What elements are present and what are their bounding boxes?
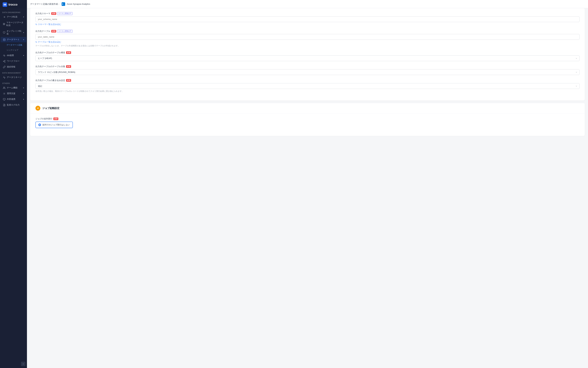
topbar: データマート定義の新規作成： S Azure Synapse Analytics — [27, 0, 588, 8]
write-mode-field: 出力先テーブルの書き込み設定 必須 追記 全件洗い替えの場合、既存のテーブルのレ… — [36, 79, 579, 93]
table-structure-field: 出力先テーブルのテーブル構造 必須 ヒープ (HEAP) — [36, 51, 579, 61]
output-schema-input[interactable] — [36, 16, 579, 22]
sidebar-item-connections[interactable]: 接続情報 — [1, 64, 26, 70]
svg-point-8 — [4, 55, 5, 56]
svg-rect-4 — [3, 24, 4, 25]
table-structure-select[interactable]: ヒープ (HEAP) — [36, 55, 579, 61]
sidebar-sub-item-datamart-definition[interactable]: データマート定義 — [1, 43, 26, 47]
parallel-no-option[interactable]: 並列でのジョブ実行はしない — [36, 122, 73, 128]
write-mode-required-badge: 必須 — [66, 79, 71, 82]
section-label-data-management: Data Management — [0, 70, 27, 74]
sidebar-sub-item-sync-job[interactable]: シンクジョブ — [1, 48, 26, 53]
svg-point-12 — [3, 87, 4, 88]
sidebar-item-managed-transfer[interactable]: マネージドデータ転送 — [1, 20, 26, 28]
write-mode-hint: 全件洗い替えの場合、既存のテーブルのレコードが削除されてクエリ実行結果に置き換え… — [36, 90, 579, 93]
radio-dot — [38, 124, 41, 126]
sidebar-item-datamart[interactable]: データマート ▾ — [1, 37, 26, 42]
output-schema-field: 出力先スキーマ 必須 カスタム変数込可 ↻ スキーマ一覧を読み込む — [36, 12, 579, 26]
svg-rect-6 — [3, 32, 5, 33]
section-label-engineering: Data Engineering — [0, 9, 27, 14]
svg-rect-14 — [3, 98, 5, 100]
output-settings-card: 出力先スキーマ 必須 カスタム変数込可 ↻ スキーマ一覧を読み込む 出力先テーブ… — [30, 8, 585, 101]
sidebar: trocco Data Engineering データ転送 ▾ マネージドデータ… — [0, 0, 27, 368]
load-schema-link[interactable]: ↻ スキーマ一覧を読み込む — [36, 23, 579, 26]
svg-rect-1 — [4, 5, 6, 5]
sidebar-item-dbt[interactable]: dbt連携 ▾ — [1, 53, 26, 58]
sidebar-item-data-transfer[interactable]: データ転送 ▾ — [1, 14, 26, 20]
svg-text:S: S — [62, 3, 63, 5]
svg-point-10 — [3, 61, 4, 62]
sidebar-item-operations[interactable]: 運用支援 ▾ — [1, 91, 26, 96]
section-label-others: Others — [0, 80, 27, 85]
sidebar-item-workflow[interactable]: ワークフロー — [1, 58, 26, 64]
schema-required-badge: 必須 — [51, 12, 56, 15]
table-structure-label: 出力先テーブルのテーブル構造 必須 — [36, 51, 579, 54]
sidebar-item-external[interactable]: 外部連携 ▾ — [1, 97, 26, 102]
content-area: 出力先スキーマ 必須 カスタム変数込可 ↻ スキーマ一覧を読み込む 出力先テーブ… — [27, 8, 588, 368]
output-schema-label: 出力先スキーマ 必須 カスタム変数込可 — [36, 12, 579, 15]
table-distribution-field: 出力先テーブルのテーブル分散 必須 ラウンド ロビン分散 (ROUND_ROBI… — [36, 65, 579, 75]
svg-point-9 — [5, 60, 5, 61]
sidebar-collapse-button[interactable]: « — [21, 362, 25, 366]
sidebar-item-team[interactable]: チーム機能 ▾ — [1, 85, 26, 91]
load-table-link[interactable]: ↻ テーブル一覧を読み込む — [36, 41, 579, 44]
parallel-required-badge: 必須 — [54, 118, 58, 120]
step4-header: 4 ジョブ起動設定 — [30, 103, 585, 113]
output-table-field: 出力先テーブル 必須 カスタム変数込可 ↻ テーブル一覧を読み込む テーブルが存… — [36, 30, 579, 47]
step4-number: 4 — [36, 106, 40, 111]
svg-point-11 — [5, 62, 5, 62]
structure-required-badge: 必須 — [66, 51, 71, 54]
output-table-input[interactable] — [36, 34, 579, 40]
sidebar-item-audit-log[interactable]: 監査ログ出力 — [1, 102, 26, 108]
topbar-service-name: Azure Synapse Analytics — [67, 3, 90, 5]
svg-point-7 — [3, 38, 5, 39]
main-area: データマート定義の新規作成： S Azure Synapse Analytics… — [27, 0, 588, 368]
output-table-hint: テーブルが存在しないとき、テーブル作成権限がある場合には自動でテーブルが作成され… — [36, 45, 579, 47]
step4-title: ジョブ起動設定 — [42, 107, 59, 110]
table-distribution-select[interactable]: ラウンド ロビン分散 (ROUND_ROBIN) — [36, 69, 579, 75]
table-required-badge: 必須 — [51, 30, 56, 33]
logo-text: trocco — [9, 3, 18, 6]
schema-custom-badge: カスタム変数込可 — [57, 12, 72, 15]
output-table-label: 出力先テーブル 必須 カスタム変数込可 — [36, 30, 579, 33]
step4-card: 4 ジョブ起動設定 ジョブの並列実行 必須 並列でのジョブ実行はしない — [30, 103, 585, 136]
svg-rect-5 — [4, 24, 5, 25]
table-custom-badge: カスタム変数込可 — [57, 30, 72, 33]
sidebar-item-data-lineage[interactable]: データリネージ — [1, 75, 26, 80]
sidebar-item-on-premise[interactable]: オンプレミス転送 ▾ — [1, 28, 26, 37]
table-distribution-label: 出力先テーブルのテーブル分散 必須 — [36, 65, 579, 68]
parallel-execution-field: ジョブの並列実行 必須 並列でのジョブ実行はしない — [36, 117, 579, 128]
parallel-execution-label: ジョブの並列実行 必須 — [36, 117, 579, 120]
svg-rect-3 — [4, 23, 5, 24]
svg-rect-2 — [3, 23, 4, 24]
write-mode-label: 出力先テーブルの書き込み設定 必須 — [36, 79, 579, 82]
distribution-required-badge: 必須 — [66, 65, 71, 68]
logo[interactable]: trocco — [0, 0, 27, 9]
svg-point-13 — [4, 93, 5, 94]
topbar-prefix: データマート定義の新規作成： — [30, 3, 60, 6]
write-mode-select[interactable]: 追記 — [36, 83, 579, 89]
step4-body: ジョブの並列実行 必須 並列でのジョブ実行はしない — [30, 113, 585, 136]
